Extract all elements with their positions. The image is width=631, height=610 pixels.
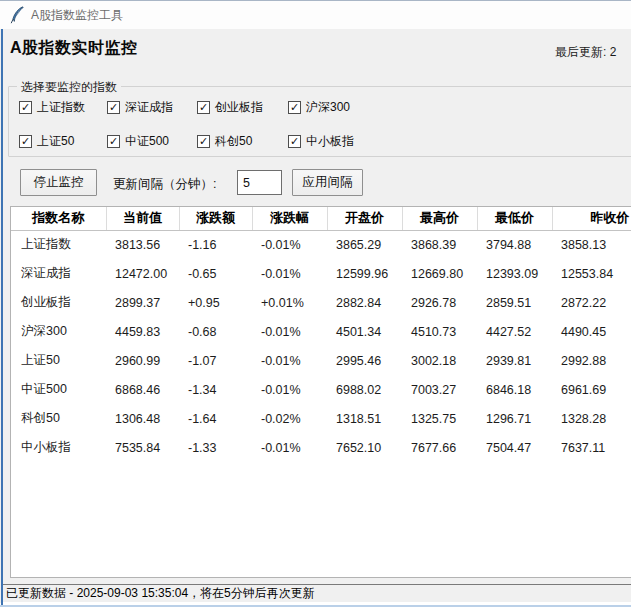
table-cell: 7677.66	[402, 433, 477, 462]
table-cell: -1.64	[179, 404, 252, 433]
table-cell: 12393.09	[477, 259, 552, 288]
index-checkbox[interactable]: ✓上证指数	[19, 99, 85, 115]
table-cell: -0.02%	[252, 404, 327, 433]
table-header-cell[interactable]: 开盘价	[327, 207, 402, 230]
checkbox-icon: ✓	[288, 135, 301, 148]
table-cell: 2899.37	[106, 288, 179, 317]
checkbox-icon: ✓	[288, 101, 301, 114]
table-cell: 1296.71	[477, 404, 552, 433]
table-cell: 2882.84	[327, 288, 402, 317]
table-cell: 上证指数	[11, 230, 106, 259]
table-cell: 2939.81	[477, 346, 552, 375]
table-cell: 12553.84	[552, 259, 631, 288]
table-cell: 上证50	[11, 346, 106, 375]
table-header-cell[interactable]: 最低价	[477, 207, 552, 230]
table-header-cell[interactable]: 最高价	[402, 207, 477, 230]
index-selection-title: 选择要监控的指数	[17, 79, 121, 96]
table-cell: -0.01%	[252, 259, 327, 288]
checkbox-icon: ✓	[107, 135, 120, 148]
index-checkbox[interactable]: ✓创业板指	[197, 99, 263, 115]
table-cell: 3865.29	[327, 230, 402, 259]
table-row[interactable]: 上证指数3813.56-1.16-0.01%3865.293868.393794…	[11, 230, 631, 259]
table-header-cell[interactable]: 涨跌幅	[252, 207, 327, 230]
table-body: 上证指数3813.56-1.16-0.01%3865.293868.393794…	[11, 230, 631, 462]
checkbox-label: 创业板指	[215, 99, 263, 116]
window-left-border	[1, 29, 3, 605]
checkbox-label: 科创50	[215, 133, 252, 150]
table-cell: 4427.52	[477, 317, 552, 346]
table-cell: 深证成指	[11, 259, 106, 288]
table-header-cell[interactable]: 指数名称	[11, 207, 106, 230]
table-cell: 沪深300	[11, 317, 106, 346]
table-cell: 7504.47	[477, 433, 552, 462]
table-cell: 3813.56	[106, 230, 179, 259]
index-checkbox[interactable]: ✓科创50	[197, 133, 252, 149]
index-checkbox[interactable]: ✓中证500	[107, 133, 169, 149]
checkbox-icon: ✓	[19, 135, 32, 148]
table-row[interactable]: 中证5006868.46-1.34-0.01%6988.027003.27684…	[11, 375, 631, 404]
table-cell: 3794.88	[477, 230, 552, 259]
title-bar: A股指数监控工具	[0, 1, 631, 29]
checkbox-icon: ✓	[19, 101, 32, 114]
table-cell: 2926.78	[402, 288, 477, 317]
table-header-cell[interactable]: 当前值	[106, 207, 179, 230]
interval-label: 更新间隔（分钟）:	[113, 176, 216, 193]
table-cell: 2992.88	[552, 346, 631, 375]
table-row[interactable]: 创业板指2899.37+0.95+0.01%2882.842926.782859…	[11, 288, 631, 317]
table-cell: 6988.02	[327, 375, 402, 404]
table-cell: 4490.45	[552, 317, 631, 346]
table-cell: -0.01%	[252, 433, 327, 462]
table-cell: 7652.10	[327, 433, 402, 462]
table-cell: 2960.99	[106, 346, 179, 375]
index-checkbox[interactable]: ✓沪深300	[288, 99, 350, 115]
table-cell: 6961.69	[552, 375, 631, 404]
table-cell: 12669.80	[402, 259, 477, 288]
stop-monitor-button[interactable]: 停止监控	[20, 169, 97, 196]
index-checkbox[interactable]: ✓中小板指	[288, 133, 354, 149]
table-row[interactable]: 沪深3004459.83-0.68-0.01%4501.344510.73442…	[11, 317, 631, 346]
table-cell: -0.01%	[252, 317, 327, 346]
table-cell: 2995.46	[327, 346, 402, 375]
table-cell: -1.33	[179, 433, 252, 462]
table-cell: 6846.18	[477, 375, 552, 404]
table-cell: 1306.48	[106, 404, 179, 433]
tk-feather-icon	[10, 6, 24, 24]
table-header-cell[interactable]: 涨跌额	[179, 207, 252, 230]
checkbox-label: 中小板指	[306, 133, 354, 150]
interval-input[interactable]	[237, 170, 282, 195]
table-cell: 7637.11	[552, 433, 631, 462]
index-checkbox[interactable]: ✓上证50	[19, 133, 74, 149]
table-cell: 12599.96	[327, 259, 402, 288]
table-row[interactable]: 科创501306.48-1.64-0.02%1318.511325.751296…	[11, 404, 631, 433]
table-cell: 创业板指	[11, 288, 106, 317]
table-row[interactable]: 中小板指7535.84-1.33-0.01%7652.107677.667504…	[11, 433, 631, 462]
table-cell: 4510.73	[402, 317, 477, 346]
table-header-cell[interactable]: 昨收价	[552, 207, 631, 230]
table-cell: 中小板指	[11, 433, 106, 462]
checkbox-icon: ✓	[197, 101, 210, 114]
index-selection-frame: 选择要监控的指数 ✓上证指数✓深证成指✓创业板指✓沪深300✓上证50✓中证50…	[8, 86, 631, 157]
checkbox-icon: ✓	[107, 101, 120, 114]
table-cell: +0.95	[179, 288, 252, 317]
table-row[interactable]: 上证502960.99-1.07-0.01%2995.463002.182939…	[11, 346, 631, 375]
checkbox-label: 深证成指	[125, 99, 173, 116]
index-table: 指数名称当前值涨跌额涨跌幅开盘价最高价最低价昨收价 上证指数3813.56-1.…	[10, 206, 631, 578]
table-cell: -1.34	[179, 375, 252, 404]
index-checkbox[interactable]: ✓深证成指	[107, 99, 173, 115]
app-window: A股指数监控工具 A股指数实时监控 最后更新: 2 选择要监控的指数 ✓上证指数…	[0, 0, 631, 610]
table-cell: 中证500	[11, 375, 106, 404]
table-cell: 3002.18	[402, 346, 477, 375]
last-update-label: 最后更新: 2	[555, 44, 616, 61]
table-cell: 3868.39	[402, 230, 477, 259]
table-cell: 1328.28	[552, 404, 631, 433]
table-cell: +0.01%	[252, 288, 327, 317]
table-cell: -0.68	[179, 317, 252, 346]
page-title: A股指数实时监控	[10, 38, 138, 59]
apply-interval-button[interactable]: 应用间隔	[292, 169, 363, 196]
table-cell: -1.16	[179, 230, 252, 259]
checkbox-icon: ✓	[197, 135, 210, 148]
table-cell: 2859.51	[477, 288, 552, 317]
table-row[interactable]: 深证成指12472.00-0.65-0.01%12599.9612669.801…	[11, 259, 631, 288]
window-title: A股指数监控工具	[31, 7, 123, 24]
table-cell: 7003.27	[402, 375, 477, 404]
